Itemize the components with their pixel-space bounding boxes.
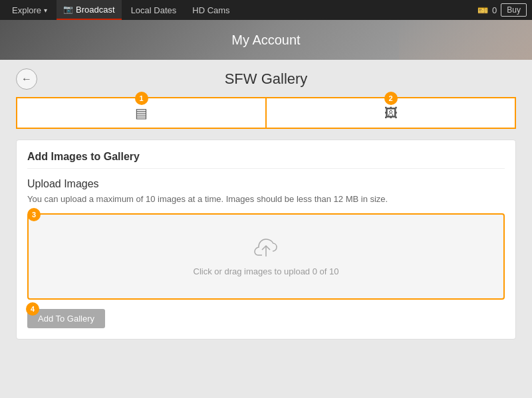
tab-gallery-upload[interactable]: 2 🖼 (266, 97, 516, 129)
card-title: Add Images to Gallery (27, 151, 505, 169)
buy-button[interactable]: Buy (501, 3, 527, 17)
tab1-badge: 1 (135, 92, 148, 105)
upload-drop-zone[interactable]: 3 Click or drag images to upload 0 of 10 (27, 213, 505, 300)
broadcast-label: Broadcast (76, 5, 115, 15)
add-button-container: 4 Add To Gallery (27, 309, 105, 328)
chevron-down-icon: ▾ (44, 7, 47, 14)
back-arrow-icon: ← (21, 73, 32, 85)
tab2-badge: 2 (384, 92, 398, 105)
nav-broadcast[interactable]: 📷 Broadcast (57, 0, 122, 20)
camera-icon: 📷 (63, 5, 73, 14)
nav-right: 🎫 0 Buy (477, 3, 527, 17)
upload-cloud-icon (254, 237, 278, 262)
header-banner: My Account (0, 20, 532, 60)
title-row: ← SFW Gallery (16, 70, 516, 88)
credits-count: 0 (492, 5, 497, 15)
local-dates-label: Local Dates (131, 5, 177, 15)
back-button[interactable]: ← (16, 68, 37, 90)
nav-local-dates[interactable]: Local Dates (124, 0, 184, 20)
add-btn-badge: 4 (26, 302, 39, 316)
tabs-row: 1 ▤ 2 🖼 (16, 97, 516, 129)
explore-label: Explore (12, 5, 41, 15)
nav-bar: Explore ▾ 📷 Broadcast Local Dates HD Cam… (0, 0, 532, 20)
upload-hint: Click or drag images to upload 0 of 10 (194, 266, 339, 276)
tab2-icon: 🖼 (384, 106, 398, 121)
page-title: My Account (231, 33, 300, 48)
upload-section-title: Upload Images (27, 178, 505, 190)
upload-description: You can upload a maximum of 10 images at… (27, 194, 505, 204)
tab-gallery-existing[interactable]: 1 ▤ (16, 97, 266, 129)
tab1-icon: ▤ (135, 105, 148, 121)
hd-cams-label: HD Cams (192, 5, 229, 15)
upload-zone-badge: 3 (27, 208, 41, 221)
gallery-title: SFW Gallery (225, 70, 308, 88)
nav-explore[interactable]: Explore ▾ (5, 0, 54, 20)
add-images-card: Add Images to Gallery Upload Images You … (16, 140, 516, 340)
nav-hd-cams[interactable]: HD Cams (186, 0, 236, 20)
main-content: ← SFW Gallery 1 ▤ 2 🖼 Add Images to Gall… (0, 60, 532, 350)
add-to-gallery-button[interactable]: Add To Gallery (27, 309, 105, 328)
credits-icon: 🎫 (477, 5, 488, 15)
